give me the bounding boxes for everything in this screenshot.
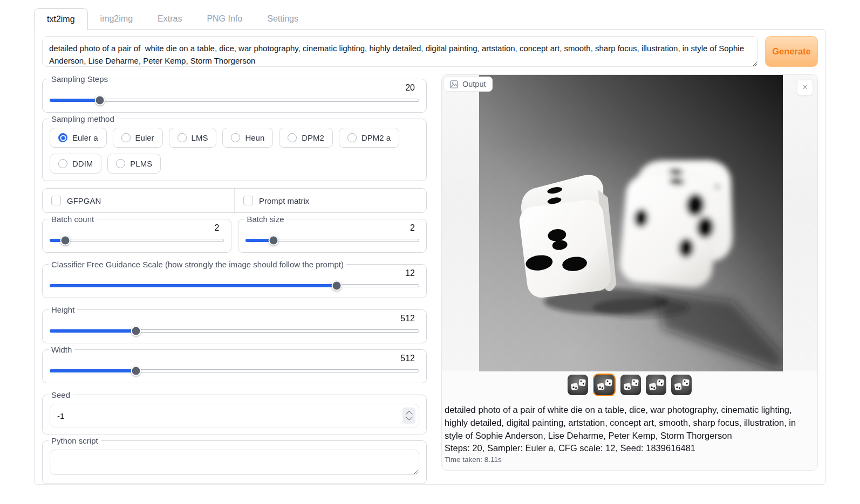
output-panel: Output × — [441, 74, 818, 471]
info-params-text: Steps: 20, Sampler: Euler a, CFG scale: … — [445, 443, 812, 453]
slider-track[interactable] — [50, 239, 224, 242]
radio-unselected-icon[interactable] — [288, 133, 297, 142]
slider-handle[interactable] — [131, 326, 141, 336]
cfg-scale-label: Classifier Free Guidance Scale (how stro… — [49, 260, 346, 269]
prompt-input[interactable]: detailed photo of a pair of white die on… — [42, 36, 758, 67]
height-slider[interactable] — [50, 326, 419, 336]
checkbox-icon[interactable] — [51, 196, 61, 205]
radio-label: Euler — [135, 133, 154, 142]
width-group: Width 512 — [42, 345, 427, 383]
gallery-thumbnail-5[interactable] — [671, 375, 692, 395]
gfpgan-label: GFPGAN — [67, 196, 101, 205]
height-value: 512 — [50, 314, 419, 323]
sampling-steps-group: Sampling Steps 20 — [42, 74, 427, 113]
gallery-thumbnails — [442, 371, 817, 398]
radio-label: DPM2 a — [361, 133, 391, 142]
gallery-preview — [442, 75, 817, 371]
app-window: txt2imgimg2imgExtrasPNG InfoSettings det… — [34, 8, 826, 485]
radio-plms[interactable]: PLMS — [107, 154, 161, 174]
output-column: Output × — [441, 74, 818, 471]
settings-column: Sampling Steps 20 Sampling method Euler … — [42, 74, 427, 491]
radio-euler[interactable]: Euler — [113, 128, 163, 148]
seed-group: Seed — [42, 390, 427, 434]
radio-unselected-icon[interactable] — [231, 133, 240, 142]
slider-track[interactable] — [50, 99, 419, 102]
radio-dpm2-a[interactable]: DPM2 a — [339, 128, 399, 148]
gallery-thumbnail-4[interactable] — [646, 375, 666, 395]
sampling-steps-value: 20 — [50, 83, 419, 93]
radio-selected-icon[interactable] — [58, 133, 67, 142]
generation-info: detailed photo of a pair of white die on… — [442, 398, 817, 470]
slider-handle[interactable] — [332, 281, 342, 291]
radio-dpm2[interactable]: DPM2 — [279, 128, 333, 148]
width-value: 512 — [50, 354, 419, 363]
seed-input[interactable] — [50, 404, 419, 427]
height-group: Height 512 — [42, 305, 427, 343]
output-image-dice-photo[interactable] — [479, 75, 783, 371]
prompt-row: detailed photo of a pair of white die on… — [42, 36, 818, 67]
tab-png-info[interactable]: PNG Info — [194, 8, 255, 30]
output-panel-label: Output — [443, 77, 493, 92]
cfg-scale-slider[interactable] — [50, 281, 419, 291]
preview-left-blur — [442, 75, 479, 371]
tab-img2img[interactable]: img2img — [88, 8, 145, 30]
slider-fill — [50, 329, 136, 333]
batch-count-group: Batch count 2 — [42, 215, 231, 253]
radio-label: DDIM — [72, 159, 93, 168]
batch-count-value: 2 — [50, 223, 224, 233]
prompt-matrix-checkbox[interactable]: Prompt matrix — [234, 189, 426, 212]
sampling-method-group: Sampling method Euler aEulerLMSHeunDPM2D… — [42, 114, 427, 181]
batch-size-value: 2 — [245, 223, 420, 233]
tab-txt2img[interactable]: txt2img — [34, 8, 88, 30]
radio-ddim[interactable]: DDIM — [50, 154, 101, 174]
python-script-input[interactable] — [50, 450, 419, 475]
gallery-thumbnail-3[interactable] — [620, 375, 641, 395]
sampling-method-options: Euler aEulerLMSHeunDPM2DPM2 aDDIMPLMS — [50, 128, 419, 174]
radio-unselected-icon[interactable] — [116, 159, 125, 168]
batch-size-slider[interactable] — [245, 236, 420, 246]
tab-settings[interactable]: Settings — [255, 8, 311, 30]
seed-stepper[interactable] — [402, 408, 415, 424]
gallery-thumbnail-2-selected[interactable] — [593, 374, 616, 396]
radio-unselected-icon[interactable] — [347, 133, 357, 142]
gfpgan-checkbox[interactable]: GFPGAN — [43, 189, 234, 212]
batch-size-group: Batch size 2 — [238, 215, 427, 253]
slider-handle[interactable] — [268, 236, 278, 246]
options-group: GFPGAN Prompt matrix — [42, 188, 427, 213]
radio-unselected-icon[interactable] — [178, 133, 187, 142]
sampling-steps-slider[interactable] — [50, 95, 419, 106]
slider-handle[interactable] — [95, 95, 105, 106]
radio-lms[interactable]: LMS — [169, 128, 217, 148]
main-panel: detailed photo of a pair of white die on… — [34, 29, 826, 485]
radio-label: DPM2 — [302, 133, 324, 142]
python-script-group: Python script — [42, 436, 427, 484]
output-label-text: Output — [462, 80, 486, 88]
close-icon[interactable]: × — [797, 79, 813, 95]
batch-count-label: Batch count — [49, 215, 97, 224]
radio-label: LMS — [192, 133, 208, 142]
info-time-taken: Time taken: 8.11s — [445, 455, 812, 464]
slider-fill — [50, 369, 136, 372]
checkbox-icon[interactable] — [243, 196, 253, 205]
tab-extras[interactable]: Extras — [145, 8, 194, 30]
sampling-steps-label: Sampling Steps — [49, 74, 111, 84]
radio-unselected-icon[interactable] — [58, 159, 67, 168]
slider-fill — [50, 284, 337, 287]
width-slider[interactable] — [50, 366, 419, 376]
gallery-thumbnail-1[interactable] — [568, 375, 588, 395]
radio-euler-a[interactable]: Euler a — [50, 128, 107, 148]
radio-unselected-icon[interactable] — [121, 133, 131, 142]
slider-handle[interactable] — [131, 366, 141, 376]
radio-heun[interactable]: Heun — [222, 128, 273, 148]
batch-count-slider[interactable] — [50, 236, 224, 246]
radio-label: Euler a — [72, 133, 98, 142]
generate-button[interactable]: Generate — [765, 36, 818, 67]
width-label: Width — [49, 345, 74, 354]
prompt-matrix-label: Prompt matrix — [259, 196, 309, 205]
slider-handle[interactable] — [60, 236, 71, 246]
radio-label: Heun — [245, 133, 264, 142]
info-prompt-text: detailed photo of a pair of white die on… — [445, 404, 812, 442]
preview-right-blur — [783, 75, 817, 371]
cfg-scale-group: Classifier Free Guidance Scale (how stro… — [42, 260, 427, 298]
image-icon — [450, 80, 458, 88]
